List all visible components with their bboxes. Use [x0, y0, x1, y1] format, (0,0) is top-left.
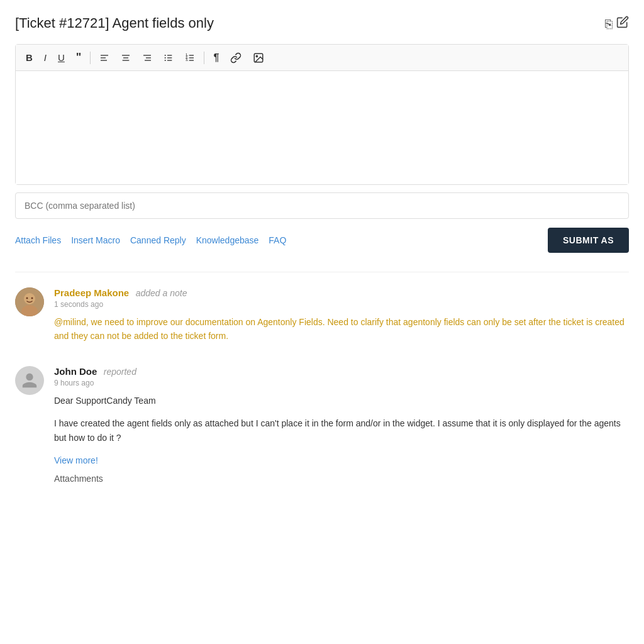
activity-entry-john: John Doe reported 9 hours ago Dear Suppo…: [15, 366, 629, 484]
underline-button[interactable]: U: [55, 51, 67, 64]
insert-macro-link[interactable]: Insert Macro: [71, 235, 120, 245]
svg-point-26: [26, 297, 28, 299]
attach-files-link[interactable]: Attach Files: [15, 235, 61, 245]
paragraph-button[interactable]: ¶: [211, 51, 221, 65]
svg-text:3.: 3.: [186, 58, 189, 62]
svg-point-24: [24, 293, 35, 304]
author-pradeep: Pradeep Makone: [54, 287, 129, 298]
faq-link[interactable]: FAQ: [269, 235, 286, 245]
activity-section: Pradeep Makone added a note 1 seconds ag…: [15, 272, 629, 484]
author-john: John Doe: [54, 366, 97, 377]
message-line-1: Dear SupportCandy Team: [54, 394, 629, 409]
ordered-list-button[interactable]: 1.2.3.: [182, 52, 197, 64]
submit-as-button[interactable]: SUBMIT AS: [548, 228, 629, 253]
svg-point-22: [257, 55, 258, 57]
entry-content-john: John Doe reported 9 hours ago Dear Suppo…: [54, 366, 629, 484]
editor-toolbar: B I U " 1.2.3. ¶: [16, 45, 628, 71]
svg-point-14: [165, 60, 166, 61]
align-center-button[interactable]: [118, 52, 133, 64]
activity-entry-pradeep: Pradeep Makone added a note 1 seconds ag…: [15, 287, 629, 343]
page-header: [Ticket #12721] Agent fields only ⎘: [15, 15, 629, 31]
bold-button[interactable]: B: [23, 51, 35, 64]
editor-container: B I U " 1.2.3. ¶: [15, 44, 629, 185]
editor-body[interactable]: [16, 71, 628, 184]
italic-button[interactable]: I: [42, 51, 49, 64]
toolbar-separator-1: [90, 52, 91, 64]
edit-icon[interactable]: ⎘: [605, 16, 629, 31]
entry-meta-pradeep: Pradeep Makone added a note 1 seconds ag…: [54, 287, 629, 309]
svg-point-13: [165, 57, 166, 58]
page-title: [Ticket #12721] Agent fields only: [15, 15, 214, 31]
svg-point-27: [31, 297, 33, 299]
bcc-input[interactable]: [15, 192, 629, 219]
entry-meta-john: John Doe reported 9 hours ago: [54, 366, 629, 387]
avatar-pradeep: [15, 287, 44, 316]
action-john: reported: [104, 367, 136, 377]
align-left-button[interactable]: [97, 52, 112, 64]
toolbar-separator-2: [204, 52, 204, 64]
action-bar: Attach Files Insert Macro Canned Reply K…: [15, 228, 629, 253]
svg-point-12: [165, 55, 166, 56]
avatar-john: [15, 366, 44, 395]
view-more-link[interactable]: View more!: [54, 455, 98, 465]
message-line-2: I have created the agent fields only as …: [54, 416, 629, 447]
link-button[interactable]: [228, 51, 244, 65]
align-right-button[interactable]: [140, 52, 155, 64]
blockquote-button[interactable]: ": [74, 50, 84, 65]
timestamp-john: 9 hours ago: [54, 379, 629, 387]
timestamp-pradeep: 1 seconds ago: [54, 300, 629, 309]
action-links: Attach Files Insert Macro Canned Reply K…: [15, 235, 286, 245]
attachments-label: Attachments: [54, 474, 629, 484]
action-pradeep: added a note: [136, 288, 187, 298]
unordered-list-button[interactable]: [161, 52, 176, 64]
message-john: Dear SupportCandy Team I have created th…: [54, 394, 629, 469]
image-button[interactable]: [250, 51, 267, 65]
entry-content-pradeep: Pradeep Makone added a note 1 seconds ag…: [54, 287, 629, 343]
canned-reply-link[interactable]: Canned Reply: [130, 235, 186, 245]
note-text-pradeep: @milind, we need to improve our document…: [54, 315, 629, 343]
knowledgebase-link[interactable]: Knowledgebase: [196, 235, 259, 245]
